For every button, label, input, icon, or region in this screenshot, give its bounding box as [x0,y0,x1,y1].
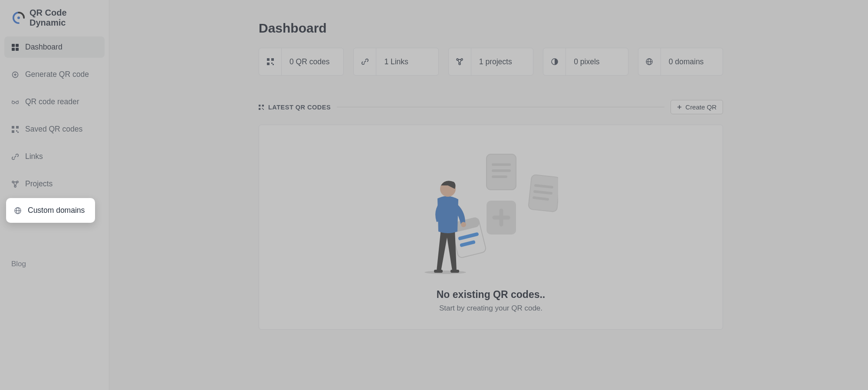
svg-rect-2 [16,44,19,47]
stat-card-domains[interactable]: 0 domains [638,48,723,76]
qr-icon [259,48,282,75]
stat-card-pixels[interactable]: 0 pixels [543,48,628,76]
svg-rect-12 [17,132,19,133]
stat-card-projects[interactable]: 1 projects [448,48,533,76]
svg-line-38 [536,185,552,187]
sidebar-item-reader[interactable]: QR code reader [4,91,105,112]
page-title: Dashboard [259,21,723,36]
svg-rect-21 [273,64,274,65]
svg-rect-52 [450,270,459,273]
empty-state-card: No existing QR codes.. Start by creating… [259,125,723,330]
svg-rect-10 [12,130,14,133]
stat-text: 0 QR codes [282,48,343,75]
svg-rect-29 [262,105,264,106]
sidebar-item-label: Custom domains [28,206,85,215]
sidebar-item-label: Generate QR code [25,70,89,79]
stat-text: 1 Links [376,48,438,75]
svg-rect-17 [267,58,270,61]
plus-icon [677,105,682,109]
svg-point-48 [424,271,466,274]
link-icon [354,48,376,75]
stats-row: 0 QR codes 1 Links 1 projects 0 pixels [259,48,723,76]
stat-card-links[interactable]: 1 Links [353,48,438,76]
sidebar-nav: Dashboard Generate QR code QR code reade… [0,36,109,273]
svg-rect-8 [12,126,14,129]
svg-rect-11 [16,130,17,132]
svg-point-15 [14,185,16,187]
svg-point-6 [12,101,15,103]
sidebar-item-label: Links [25,152,43,161]
svg-point-13 [12,181,14,183]
svg-point-7 [16,101,19,103]
svg-rect-1 [12,44,15,47]
sidebar-item-custom-domains[interactable]: Custom domains [8,200,93,221]
svg-line-39 [535,192,551,193]
brand-name: QR Code Dynamic [30,8,100,28]
svg-rect-19 [267,63,270,65]
stat-card-qr[interactable]: 0 QR codes [259,48,344,76]
glasses-icon [11,98,19,106]
svg-rect-9 [16,126,19,129]
svg-line-40 [534,198,548,199]
latest-section-header: LATEST QR CODES Create QR [259,100,723,114]
main-content: Dashboard 0 QR codes 1 Links 1 projects [109,0,868,390]
svg-rect-30 [259,108,260,109]
svg-point-0 [17,17,20,19]
svg-rect-31 [262,108,263,109]
divider [337,107,664,107]
svg-rect-20 [271,63,273,64]
sidebar-item-blog[interactable]: Blog [4,255,105,273]
svg-rect-51 [434,270,443,273]
svg-point-24 [459,63,460,65]
qr-icon [259,105,264,110]
svg-rect-3 [12,48,15,51]
sidebar-item-generate[interactable]: Generate QR code [4,64,105,85]
contrast-icon [543,48,566,75]
svg-point-14 [16,181,18,183]
svg-rect-18 [271,58,274,61]
sidebar-item-dashboard[interactable]: Dashboard [4,36,105,58]
sidebar-item-saved[interactable]: Saved QR codes [4,119,105,140]
globe-icon [638,48,661,75]
section-label: LATEST QR CODES [259,104,331,111]
empty-illustration [424,142,558,277]
projects-icon [11,180,19,188]
svg-point-22 [457,59,458,60]
svg-point-49 [461,222,466,227]
projects-icon [449,48,471,75]
sidebar-item-label: QR code reader [25,97,79,106]
stat-text: 0 domains [661,48,723,75]
section-label-text: LATEST QR CODES [268,104,331,111]
grid-icon [11,43,19,51]
sidebar-item-label: Saved QR codes [25,125,82,134]
sidebar-item-label: Projects [25,179,53,188]
stat-text: 1 projects [471,48,533,75]
sidebar-item-label: Dashboard [25,43,62,52]
create-qr-button[interactable]: Create QR [671,100,723,114]
svg-point-23 [461,59,463,60]
svg-rect-28 [259,105,260,106]
link-icon [11,153,19,161]
sidebar: QR Code Dynamic Dashboard Generate QR co… [0,0,109,390]
sidebar-item-label: Blog [11,260,26,268]
svg-rect-4 [16,48,19,51]
globe-icon [14,207,22,215]
brand-logo[interactable]: QR Code Dynamic [0,5,109,36]
onboarding-highlight: Custom domains [6,198,95,223]
svg-rect-32 [263,109,264,109]
plus-circle-icon [11,71,19,79]
qr-icon [11,126,19,133]
sidebar-item-projects[interactable]: Projects [4,173,105,195]
create-qr-label: Create QR [685,103,717,111]
sidebar-item-links[interactable]: Links [4,146,105,167]
empty-subtitle: Start by creating your QR code. [439,304,542,313]
logo-mark-icon [12,11,25,24]
stat-text: 0 pixels [566,48,628,75]
empty-title: No existing QR codes.. [437,289,546,301]
